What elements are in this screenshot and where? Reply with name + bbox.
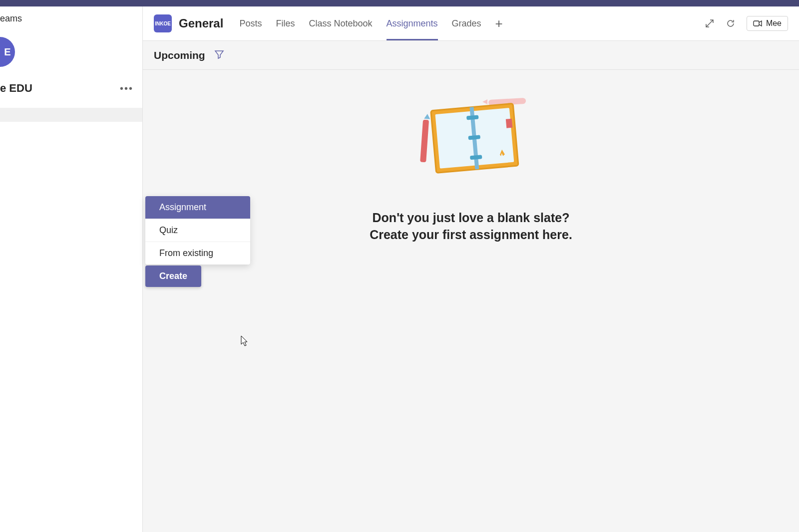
svg-rect-0 (754, 21, 759, 26)
video-icon (753, 20, 762, 27)
menu-item-assignment[interactable]: Assignment (145, 196, 250, 219)
empty-text-line1: Don't you just love a blank slate? (370, 210, 572, 227)
content-area: Don't you just love a blank slate? Creat… (143, 70, 799, 532)
channel-header: INKOE General Posts Files Class Notebook… (143, 6, 799, 41)
empty-state: Don't you just love a blank slate? Creat… (370, 95, 572, 244)
menu-item-from-existing[interactable]: From existing (145, 242, 250, 265)
svg-marker-11 (424, 114, 430, 119)
meet-button[interactable]: Mee (747, 16, 788, 31)
team-row[interactable]: e EDU ••• (0, 67, 142, 102)
svg-rect-10 (420, 120, 429, 163)
top-bar (0, 0, 799, 6)
refresh-icon[interactable] (726, 18, 736, 28)
cursor-icon (238, 335, 248, 350)
empty-illustration (413, 95, 528, 180)
empty-text-line2: Create your first assignment here. (370, 227, 572, 244)
tab-bar: Posts Files Class Notebook Assignments G… (232, 6, 509, 40)
create-button[interactable]: Create (145, 266, 201, 287)
channel-name: General (179, 16, 223, 30)
channel-selected-bar[interactable] (0, 108, 142, 122)
team-avatar-letter: E (4, 46, 10, 58)
svg-rect-9 (506, 119, 513, 128)
create-menu-list: Assignment Quiz From existing (145, 196, 250, 265)
more-icon[interactable]: ••• (120, 83, 133, 94)
assignments-subheader: Upcoming (143, 41, 799, 70)
tab-class-notebook[interactable]: Class Notebook (302, 6, 379, 40)
create-menu: Assignment Quiz From existing Create (145, 196, 250, 287)
tab-files[interactable]: Files (269, 6, 302, 40)
tab-grades[interactable]: Grades (445, 6, 488, 40)
header-actions: Mee (705, 16, 788, 31)
tab-posts[interactable]: Posts (232, 6, 269, 40)
tab-assignments[interactable]: Assignments (380, 6, 445, 40)
svg-marker-2 (482, 99, 487, 104)
team-avatar[interactable]: E (0, 37, 15, 67)
menu-item-quiz[interactable]: Quiz (145, 219, 250, 242)
channel-icon-text: INKOE (155, 21, 171, 26)
upcoming-label: Upcoming (154, 49, 205, 61)
expand-icon[interactable] (705, 18, 715, 28)
team-name: e EDU (0, 82, 32, 95)
sidebar: eams E e EDU ••• (0, 6, 143, 532)
teams-heading: eams (0, 6, 142, 31)
filter-icon[interactable] (214, 49, 224, 61)
main-area: INKOE General Posts Files Class Notebook… (143, 6, 799, 532)
meet-label: Mee (766, 19, 782, 28)
channel-icon: INKOE (154, 14, 172, 32)
app-layout: eams E e EDU ••• INKOE General Posts Fil… (0, 6, 799, 532)
add-tab-icon[interactable]: + (488, 16, 510, 31)
